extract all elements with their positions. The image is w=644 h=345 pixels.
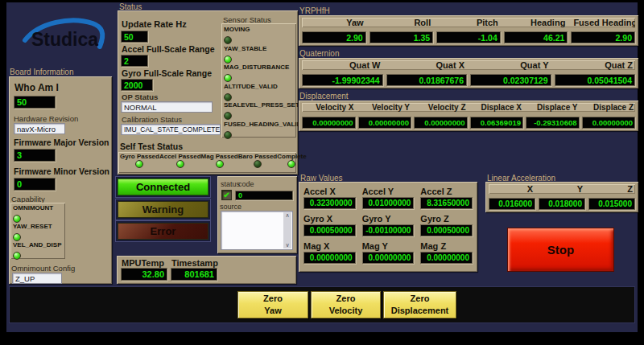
logo-swoosh-icon: Studica <box>21 12 111 57</box>
velocity-z-value: 0.00000000 <box>414 117 468 129</box>
accel-z-label: Accel Z <box>420 187 473 196</box>
board-information-panel: Who Am I 50 Hardware Revision navX-Micro… <box>9 76 112 284</box>
zero-yaw-button[interactable]: Zero Yaw <box>237 291 308 318</box>
self-test-item: Accel Passed <box>159 153 201 172</box>
zero-displacement-line2: Displacement <box>391 305 449 317</box>
pitch-value: -1.04 <box>436 31 501 43</box>
accel-y-label: Accel Y <box>362 187 415 196</box>
mag-y-label: Mag Y <box>362 241 415 251</box>
quaternion-title: Quaternion <box>299 49 339 58</box>
connected-button[interactable]: Connected <box>118 179 208 195</box>
error-button[interactable]: Error <box>118 223 208 240</box>
linear-x-value: 0.016000 <box>489 198 535 210</box>
fused-heading-header: Fused Heading <box>571 18 635 27</box>
mag-z-label: Mag Z <box>420 241 473 251</box>
zero-velocity-button[interactable]: Zero Velocity <box>311 291 381 318</box>
connected-button-well: Connected <box>115 176 211 198</box>
roll-value: 1.35 <box>369 31 434 43</box>
raw-cell: Gyro X0.00050000 <box>303 214 356 236</box>
accel-x-label: Accel X <box>303 187 356 196</box>
accel-z-value: 8.31650000 <box>420 197 473 209</box>
gyro-passed-led <box>135 160 143 168</box>
status-panel: Update Rate Hz 50 Accel Full-Scale Range… <box>118 10 298 175</box>
firmware-minor-value: 0 <box>14 178 56 191</box>
code-label: code <box>238 180 254 188</box>
scroll-down-icon[interactable]: ∨ <box>285 242 289 248</box>
raw-values-panel: Accel X0.32300000 Accel Y0.01000000 Acce… <box>299 182 477 272</box>
quat-y-header: Quat Y <box>470 60 551 70</box>
zero-yaw-line1: Zero <box>263 293 283 305</box>
sensor-status-item: MAG_DISTURBANCE <box>221 64 296 83</box>
moving-label: MOVING <box>224 26 296 33</box>
hardware-revision-label: Hardware Revision <box>14 114 78 123</box>
capability-panel: OMNIMOUNT YAW_RESET VEL_AND_DISP <box>10 203 65 259</box>
quat-x-value: 0.01867676 <box>386 74 468 86</box>
sealevel-press-set-led <box>224 112 232 120</box>
fused-heading-valid-led <box>224 131 232 139</box>
complete-label: Complete <box>277 153 306 160</box>
zero-displacement-line1: Zero <box>411 293 430 305</box>
raw-cell: Accel Y0.01000000 <box>362 187 415 209</box>
yrphfh-panel: Yaw Roll Pitch Heading Fused Heading 2.9… <box>299 15 638 46</box>
displacement-panel: Velocity X Velocity Y Velocity Z Displac… <box>299 101 638 131</box>
yrphfh-title: YRPHfH <box>299 6 330 15</box>
linear-y-header: Y <box>539 184 585 194</box>
baro-passed-led <box>254 160 262 168</box>
gyro-y-value: -0.00100000 <box>362 224 415 236</box>
baro-passed-label: Baro Passed <box>238 153 277 160</box>
mag-x-label: Mag X <box>303 241 356 251</box>
calibration-status-label: Calibration Status <box>122 115 182 124</box>
omnimount-config-field[interactable]: Z_UP <box>12 273 62 284</box>
timestamp-value: 801681 <box>171 268 217 281</box>
zero-velocity-line1: Zero <box>336 293 356 305</box>
mag-disturbance-label: MAG_DISTURBANCE <box>224 64 296 71</box>
velocity-z-header: Velocity Z <box>414 103 468 112</box>
status-cluster-panel: status code ✔ 0 source ∧ ∨ <box>217 176 297 253</box>
accel-range-label: Accel Full-Scale Range <box>122 44 215 54</box>
capability-item: VEL_AND_DISP <box>13 241 65 260</box>
calibration-status-field[interactable]: IMU_CAL_STATE_COMPLETE <box>121 124 221 135</box>
zero-displacement-button[interactable]: Zero Displacement <box>383 291 456 318</box>
velocity-x-header: Velocity X <box>302 103 356 112</box>
firmware-major-value: 3 <box>14 149 56 162</box>
self-test-panel: Gyro Passed Accel Passed Mag Passed Baro… <box>118 152 296 173</box>
omnimount-config-label: Omnimount Config <box>11 264 75 273</box>
accel-range-value: 2 <box>121 55 148 67</box>
sensor-status-item: ALTITUDE_VALID <box>221 83 296 102</box>
linear-y-value: 0.018000 <box>539 198 585 210</box>
who-am-i-value: 50 <box>14 96 56 109</box>
status-checkbox[interactable]: ✔ <box>221 190 232 200</box>
altitude-valid-led <box>224 93 232 101</box>
timestamp-label: Timestamp <box>171 258 218 268</box>
accel-passed-led <box>176 160 184 168</box>
velocity-y-header: Velocity Y <box>358 103 412 112</box>
source-scrollbar[interactable]: ∧ ∨ <box>283 212 291 248</box>
heading-value: 46.21 <box>504 31 568 43</box>
sensor-status-item: MOVING <box>221 26 296 45</box>
mag-disturbance-led <box>224 74 232 82</box>
accel-x-value: 0.32300000 <box>303 197 356 209</box>
scroll-up-icon[interactable]: ∧ <box>285 212 289 219</box>
yaw-reset-led <box>13 233 21 241</box>
quat-w-header: Quat W <box>302 60 383 70</box>
yaw-reset-label: YAW_RESET <box>13 223 65 230</box>
mag-z-value: 0.00000000 <box>420 252 473 264</box>
quat-z-value: 0.05041504 <box>555 74 636 86</box>
bottom-button-bar: Zero Yaw Zero Velocity Zero Displacement <box>10 287 634 322</box>
vel-and-disp-led <box>13 252 21 260</box>
yaw-header: Yaw <box>302 18 366 27</box>
warning-button[interactable]: Warning <box>118 201 208 218</box>
raw-cell: Gyro Y-0.00100000 <box>362 214 415 236</box>
app-window: Studica Board Information Who Am I 50 Ha… <box>0 0 644 345</box>
source-textbox[interactable]: ∧ ∨ <box>221 211 293 250</box>
stop-button[interactable]: Stop <box>507 228 614 272</box>
mag-passed-label: Mag Passed <box>201 153 238 160</box>
moving-led <box>224 36 232 44</box>
self-test-item: Gyro Passed <box>120 153 159 172</box>
self-test-item: Baro Passed <box>238 153 277 172</box>
omnimount-led <box>13 215 21 223</box>
op-status-field[interactable]: NORMAL <box>121 101 213 113</box>
logo-text: Studica <box>31 29 98 50</box>
hardware-revision-field[interactable]: navX-Micro <box>14 123 65 134</box>
yaw-value: 2.90 <box>302 31 366 43</box>
